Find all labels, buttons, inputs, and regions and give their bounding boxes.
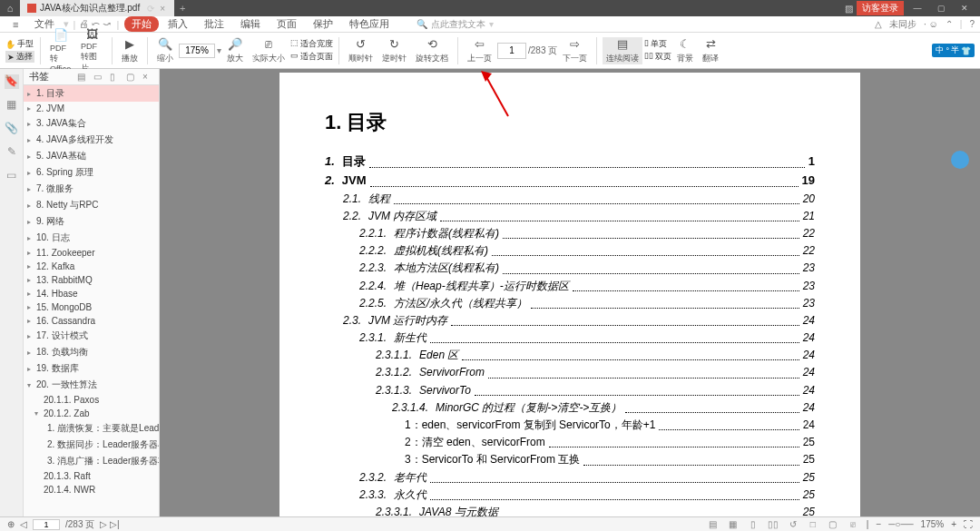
tab-bar: ⌂ JAVA核心知识点整理.pdf ⟳ × + ▨ 访客登录 — ▢ ✕ (0, 0, 980, 16)
bookmark-item[interactable]: ▸6. Spring 原理 (24, 164, 159, 181)
select-tool[interactable]: 选择 (16, 51, 33, 63)
pdf-icon (27, 4, 36, 13)
menu-special[interactable]: 特色应用 (342, 17, 397, 31)
bookmark-item[interactable]: 1. 崩溃恢复：主要就是Leader选… (24, 420, 159, 437)
add-tab-button[interactable]: + (174, 3, 191, 14)
bookmark-item[interactable]: ▸13. RabbitMQ (24, 273, 159, 287)
home-tab[interactable]: ⌂ (0, 0, 20, 16)
single-page-button[interactable]: 单页 (651, 38, 667, 50)
rotate-doc-button[interactable]: ⟲旋转文档 (412, 37, 452, 64)
bookmark-item[interactable]: 3. 消息广播：Leader服务器将数… (24, 453, 159, 469)
rotate-ccw-button[interactable]: ↺顺时针 (345, 37, 377, 64)
background-button[interactable]: ☾背景 (673, 37, 697, 64)
fullscreen-icon[interactable]: ⛶ (964, 519, 973, 529)
bookmark-item[interactable]: ▸11. Zookeeper (24, 246, 159, 260)
bookmark-item[interactable]: 2. 数据同步：Leader服务器与其… (24, 437, 159, 453)
floating-action-button[interactable] (951, 151, 969, 169)
translate-button[interactable]: ⇄翻译 (699, 37, 722, 64)
menu-edit[interactable]: 编辑 (233, 17, 268, 31)
login-button[interactable]: 访客登录 (857, 1, 904, 15)
toc-entry: 1：eden、servicorFrom 复制到 ServicorTo，年龄+12… (325, 417, 815, 434)
close-tab-icon[interactable]: × (158, 4, 167, 13)
bookmark-item[interactable]: ▸5. JAVA基础 (24, 148, 159, 164)
thumbnail-panel-icon[interactable]: ▦ (5, 98, 19, 113)
bookmark-item[interactable]: ▸8. Netty 与RPC (24, 197, 159, 213)
menu-page[interactable]: 页面 (270, 17, 304, 31)
search-box[interactable]: 🔍 点此查找文本 ▾ (416, 18, 494, 31)
bookmark-item[interactable]: ▸12. Kafka (24, 260, 159, 273)
bookmark-item[interactable]: ▸14. Hbase (24, 287, 159, 300)
status-zoom-label: 175% (921, 519, 945, 529)
menu-protect[interactable]: 保护 (306, 17, 340, 31)
bookmark-item[interactable]: ▸10. 日志 (24, 230, 159, 246)
page-input[interactable] (497, 43, 526, 59)
pdf-page: 1. 目录 1.目录12.JVM192.1.线程202.2.JVM 内存区域21… (279, 73, 860, 516)
toc-entry: 2.2.3.本地方法区(线程私有)23 (325, 260, 815, 277)
layers-panel-icon[interactable]: ▭ (5, 169, 19, 183)
bookmark-item[interactable]: 20.1.4. NWR (24, 483, 159, 497)
sync-icon[interactable]: △ (875, 19, 882, 29)
ime-badge[interactable]: 中°半👕 (932, 44, 975, 57)
toc-entry: 1.目录1 (325, 152, 815, 172)
pdf-to-image-button[interactable]: 🖼PDF转图片 (77, 26, 106, 74)
bookmark-item[interactable]: ▸7. 微服务 (24, 181, 159, 197)
attachment-panel-icon[interactable]: 📎 (5, 122, 19, 136)
maximize-icon[interactable]: ▢ (931, 0, 951, 16)
fit-page-button[interactable]: 适合页面 (300, 51, 333, 63)
bookmark-item[interactable]: ▸3. JAVA集合 (24, 115, 159, 132)
bookmark-item[interactable]: ▸17. 设计模式 (24, 328, 159, 344)
toc-entry: 2.1.线程20 (325, 191, 815, 208)
view-mode-icon[interactable]: ▤ (707, 519, 720, 529)
close-icon[interactable]: ✕ (955, 0, 975, 16)
prev-page-button[interactable]: ⇦上一页 (464, 37, 495, 64)
minimize-icon[interactable]: — (907, 0, 927, 16)
fit-width-button[interactable]: 适合宽度 (300, 38, 333, 50)
bookmark-item[interactable]: ▸16. Cassandra (24, 314, 159, 328)
bookmark-item[interactable]: ▸18. 负载均衡 (24, 344, 159, 360)
toc-entry: 2.2.JVM 内存区域21 (325, 208, 815, 225)
menu-hamburger[interactable]: ≡ (5, 19, 25, 30)
menu-insert[interactable]: 插入 (161, 17, 195, 31)
bookmark-item[interactable]: ▸15. MongoDB (24, 300, 159, 314)
close-panel-icon[interactable]: × (142, 72, 153, 82)
toc-entry: 2.2.4.堆（Heap-线程共享）-运行时数据区23 (325, 278, 815, 295)
bookmark-item[interactable]: ▸19. 数据库 (24, 360, 159, 377)
chevron-up-icon[interactable]: ⌃ (946, 19, 953, 29)
bookmark-item[interactable]: ▸1. 目录 (24, 85, 159, 102)
bookmark-item[interactable]: ▸2. JVM (24, 102, 159, 115)
status-page-input[interactable] (33, 519, 60, 530)
status-bar: ⊕ ◁ /283 页 ▷ ▷| ▤ ▦ ▯ ▯▯ ↺ □ ▢ ⎚ | − ─○─… (0, 516, 980, 531)
zoom-in-button[interactable]: 🔎放大 (223, 37, 247, 64)
zoom-out-button[interactable]: 🔍缩小 (153, 37, 177, 64)
toc-entry: 2.2.5.方法区/永久代（线程共享）23 (325, 295, 815, 312)
status-page-total: /283 页 (65, 518, 94, 531)
file-tab[interactable]: JAVA核心知识点整理.pdf ⟳ × (20, 0, 174, 16)
status-zoom-in[interactable]: + (951, 519, 956, 529)
menu-start[interactable]: 开始 (124, 16, 159, 32)
bookmark-item[interactable]: 20.1.1. Paxos (24, 393, 159, 407)
comment-panel-icon[interactable]: ✎ (5, 145, 19, 160)
actual-size-button[interactable]: ⎚实际大小 (249, 37, 289, 64)
bookmark-panel-icon[interactable]: 🔖 (5, 74, 19, 89)
bm-header-icon[interactable]: ▤ (77, 72, 88, 82)
rotate-cw-button[interactable]: ↻逆时针 (378, 37, 410, 64)
toc-entry: 2：清空 eden、servicorFrom25 (325, 434, 815, 451)
bookmark-item[interactable]: ▾20.1.2. Zab (24, 407, 159, 420)
status-nav-icon[interactable]: ⊕ (7, 519, 15, 529)
zoom-input[interactable] (179, 44, 215, 58)
continuous-read-button[interactable]: ▤连续阅读 (603, 37, 642, 64)
toc-entry: 2.2.2.虚拟机栈(线程私有)22 (325, 242, 815, 260)
bookmark-item[interactable]: ▸9. 网络 (24, 213, 159, 230)
bookmark-item[interactable]: ▾20. 一致性算法 (24, 377, 159, 393)
toc-entry: 2.3.1.2.ServivorFrom24 (325, 364, 815, 381)
document-viewport[interactable]: 1. 目录 1.目录12.JVM192.1.线程202.2.JVM 内存区域21… (160, 69, 980, 516)
status-zoom-out[interactable]: − (876, 519, 881, 529)
bookmark-item[interactable]: ▸4. JAVA多线程开发 (24, 132, 159, 148)
hand-tool[interactable]: 手型 (17, 38, 34, 50)
play-button[interactable]: ▶播放 (118, 37, 142, 64)
bookmark-item[interactable]: 20.1.3. Raft (24, 469, 159, 483)
menu-annotate[interactable]: 批注 (197, 17, 231, 31)
double-page-button[interactable]: 双页 (655, 51, 671, 63)
next-page-button[interactable]: ⇨下一页 (559, 37, 591, 64)
pdf-to-office-button[interactable]: 📄PDF转Office (46, 28, 75, 74)
